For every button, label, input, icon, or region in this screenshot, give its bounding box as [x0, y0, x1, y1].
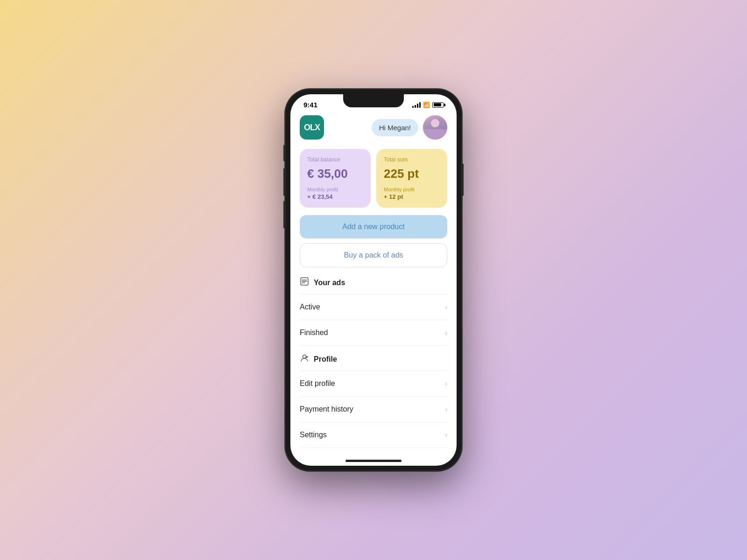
avatar-image: [423, 115, 447, 140]
volume-up-button: [283, 168, 285, 196]
status-icons: 📶: [412, 102, 444, 108]
signal-icon: [412, 102, 421, 108]
home-indicator: [345, 460, 402, 462]
settings-item[interactable]: Settings ›: [300, 422, 447, 448]
total-balance-card[interactable]: Total balance € 35,00 Monthly profit + €…: [300, 149, 371, 208]
header: OLX Hi Megan!: [300, 112, 447, 140]
greeting-area: Hi Megan!: [372, 115, 447, 140]
active-ads-item[interactable]: Active ›: [300, 294, 447, 320]
mute-button: [283, 145, 285, 161]
ads-section-icon: [300, 277, 309, 288]
total-sum-card[interactable]: Total sum 225 pt Monthly profit + 12 pt: [376, 149, 447, 208]
greeting-bubble: Hi Megan!: [372, 119, 418, 136]
balance-profit-value: + € 23,54: [307, 193, 363, 200]
add-product-button[interactable]: Add a new product: [300, 215, 447, 238]
sum-card-value: 225 pt: [384, 167, 440, 181]
payment-history-item[interactable]: Payment history ›: [300, 397, 447, 422]
sum-profit-value: + 12 pt: [384, 193, 440, 200]
finished-ads-item[interactable]: Finished ›: [300, 320, 447, 346]
edit-profile-item[interactable]: Edit profile ›: [300, 371, 447, 397]
balance-card-value: € 35,00: [307, 167, 363, 181]
payment-history-chevron-icon: ›: [445, 406, 447, 413]
svg-point-4: [303, 355, 306, 358]
svg-point-5: [306, 356, 308, 358]
active-ads-label: Active: [300, 303, 320, 311]
olx-logo: OLX: [300, 115, 324, 140]
section-spacer: [300, 346, 447, 353]
profile-section-title: Profile: [314, 355, 337, 364]
battery-icon: [432, 102, 444, 108]
buy-ads-button[interactable]: Buy a pack of ads: [300, 243, 447, 267]
phone-frame: 9:41 📶 OLX Hi Megan!: [285, 89, 462, 471]
notch: [343, 94, 404, 107]
wifi-icon: 📶: [423, 102, 430, 108]
active-ads-chevron-icon: ›: [445, 303, 447, 311]
balance-cards: Total balance € 35,00 Monthly profit + €…: [300, 149, 447, 208]
your-ads-section-header: Your ads: [300, 277, 447, 294]
settings-label: Settings: [300, 431, 327, 439]
your-ads-section-title: Your ads: [314, 279, 345, 287]
app-content: OLX Hi Megan! Total balance € 35,00 Mont…: [290, 112, 457, 462]
balance-card-title: Total balance: [307, 156, 363, 163]
profile-section-icon: [300, 353, 309, 365]
finished-ads-chevron-icon: ›: [445, 329, 447, 336]
settings-chevron-icon: ›: [445, 431, 447, 439]
edit-profile-chevron-icon: ›: [445, 380, 447, 387]
payment-history-label: Payment history: [300, 405, 353, 413]
balance-profit-label: Monthly profit: [307, 187, 363, 192]
phone-screen: 9:41 📶 OLX Hi Megan!: [290, 94, 457, 466]
sum-card-title: Total sum: [384, 156, 440, 163]
avatar[interactable]: [423, 115, 447, 140]
profile-section-header: Profile: [300, 353, 447, 371]
volume-down-button: [283, 201, 285, 229]
power-button: [462, 163, 464, 196]
status-time: 9:41: [303, 101, 317, 109]
sum-profit-label: Monthly profit: [384, 187, 440, 192]
edit-profile-label: Edit profile: [300, 379, 335, 388]
finished-ads-label: Finished: [300, 329, 328, 337]
